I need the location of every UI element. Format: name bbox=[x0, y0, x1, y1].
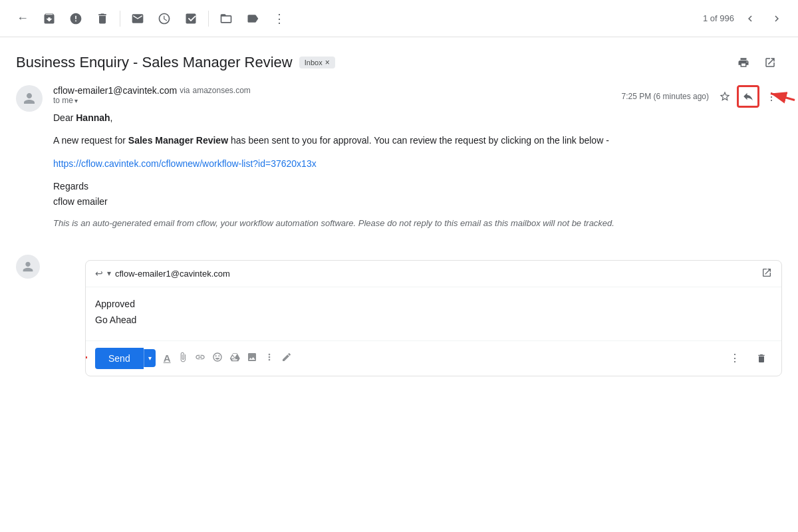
email-header: cflow-emailer1@cavintek.com via amazonse… bbox=[53, 85, 782, 108]
reply-chevron[interactable]: ▾ bbox=[107, 269, 111, 278]
email-message: cflow-emailer1@cavintek.com via amazonse… bbox=[16, 85, 782, 239]
email-container: Business Enquiry - Sales Manager Review … bbox=[0, 37, 798, 239]
send-dropdown-button[interactable]: ▾ bbox=[144, 349, 156, 367]
attach-file-button[interactable] bbox=[178, 352, 188, 365]
greeting-text: Dear bbox=[53, 112, 76, 123]
reply-compose-area: ↩ ▾ cflow-emailer1@cavintek.com Approved… bbox=[85, 260, 782, 376]
reply-compose-wrapper: ↩ ▾ cflow-emailer1@cavintek.com Approved… bbox=[0, 249, 798, 376]
insert-emoji-button[interactable] bbox=[212, 352, 223, 365]
send-button[interactable]: Send bbox=[95, 348, 144, 369]
email-time: 7:25 PM (6 minutes ago) bbox=[622, 92, 709, 101]
reply-header: ↩ ▾ cflow-emailer1@cavintek.com bbox=[86, 261, 781, 287]
send-button-group: Send ▾ bbox=[95, 348, 156, 369]
reply-header-left: ↩ ▾ cflow-emailer1@cavintek.com bbox=[95, 268, 230, 279]
email-body: Dear Hannah, A new request for Sales Man… bbox=[53, 110, 782, 231]
workflow-link[interactable]: https://cflow.cavintek.com/cflownew/work… bbox=[53, 158, 317, 169]
toolbar: ← ⋮ 1 of 996 bbox=[0, 0, 798, 37]
body-line1-post: has been sent to you for approval. You c… bbox=[228, 135, 609, 146]
sender-email-address: cflow-emailer1@cavintek.com bbox=[53, 85, 177, 96]
archive-button[interactable] bbox=[37, 7, 61, 31]
workflow-name: Sales Manager Review bbox=[128, 135, 228, 146]
subject-row: Business Enquiry - Sales Manager Review … bbox=[16, 51, 782, 74]
reply-footer-left: Send ▾ A bbox=[95, 348, 292, 369]
mark-unread-button[interactable] bbox=[126, 7, 150, 31]
reply-button-wrapper bbox=[737, 85, 759, 108]
inbox-badge-close[interactable]: × bbox=[325, 58, 330, 67]
discard-draft-button[interactable] bbox=[751, 348, 772, 369]
divider1 bbox=[120, 11, 120, 27]
reply-body[interactable]: Approved Go Ahead bbox=[86, 287, 781, 340]
sender-info: cflow-emailer1@cavintek.com via amazonse… bbox=[53, 85, 251, 105]
email-disclaimer: This is an auto-generated email from cfl… bbox=[53, 217, 782, 231]
pagination-text: 1 of 996 bbox=[703, 13, 734, 23]
send-arrow-annotation bbox=[85, 349, 93, 367]
back-button[interactable]: ← bbox=[11, 7, 35, 31]
reply-to-email: cflow-emailer1@cavintek.com bbox=[115, 269, 230, 279]
to-line: to me ▾ bbox=[53, 96, 251, 105]
more-actions-button[interactable]: ⋮ bbox=[761, 86, 782, 107]
via-label: via bbox=[180, 86, 190, 95]
drive-button[interactable] bbox=[229, 352, 240, 365]
email-action-buttons: ⋮ bbox=[714, 85, 782, 108]
email-subject: Business Enquiry - Sales Manager Review bbox=[16, 54, 293, 71]
subject-right bbox=[732, 51, 782, 74]
print-button[interactable] bbox=[732, 51, 755, 74]
open-in-new-button[interactable] bbox=[758, 51, 782, 74]
pen-button[interactable] bbox=[281, 352, 292, 365]
reply-footer-right: ⋮ bbox=[724, 348, 772, 369]
more-reply-options-button[interactable]: ⋮ bbox=[724, 348, 745, 369]
delete-button[interactable] bbox=[90, 7, 114, 31]
more-button[interactable]: ⋮ bbox=[267, 7, 291, 31]
body-line1-pre: A new request for bbox=[53, 135, 128, 146]
report-button[interactable] bbox=[64, 7, 88, 31]
label-button[interactable] bbox=[241, 7, 265, 31]
move-button[interactable] bbox=[214, 7, 238, 31]
insert-link-button[interactable] bbox=[195, 352, 205, 365]
expand-reply-button[interactable] bbox=[761, 267, 772, 280]
format-icons: A bbox=[164, 352, 292, 365]
reply-form-container: ↩ ▾ cflow-emailer1@cavintek.com Approved… bbox=[48, 249, 782, 376]
star-button[interactable] bbox=[714, 86, 735, 107]
more-options-button[interactable] bbox=[264, 352, 275, 365]
divider2 bbox=[208, 11, 209, 27]
reply-button[interactable] bbox=[737, 85, 759, 108]
reply-to-icon: ↩ bbox=[95, 268, 103, 279]
task-button[interactable] bbox=[179, 7, 203, 31]
regards-text: Regards bbox=[53, 181, 88, 192]
email-content: cflow-emailer1@cavintek.com via amazonse… bbox=[53, 85, 782, 239]
reply-footer: Send ▾ A bbox=[86, 340, 781, 376]
via-domain: amazonses.com bbox=[193, 86, 251, 95]
send-button-wrapper: Send ▾ bbox=[95, 348, 156, 369]
inbox-badge: Inbox × bbox=[299, 57, 335, 68]
next-page-button[interactable] bbox=[766, 8, 787, 29]
sender-avatar bbox=[16, 85, 43, 112]
prev-page-button[interactable] bbox=[739, 8, 761, 29]
email-meta: 7:25 PM (6 minutes ago) bbox=[622, 85, 782, 108]
pagination: 1 of 996 bbox=[703, 8, 787, 29]
sender-name-text: cflow emailer bbox=[53, 196, 108, 207]
reply-body-line2: Go Ahead bbox=[95, 313, 772, 327]
recipient-name: Hannah bbox=[76, 112, 110, 123]
compose-avatar bbox=[16, 255, 40, 279]
insert-photo-button[interactable] bbox=[247, 352, 257, 365]
reply-body-line1: Approved bbox=[95, 297, 772, 311]
subject-left: Business Enquiry - Sales Manager Review … bbox=[16, 54, 335, 71]
snooze-button[interactable] bbox=[152, 7, 176, 31]
text-format-button[interactable]: A bbox=[164, 352, 171, 364]
